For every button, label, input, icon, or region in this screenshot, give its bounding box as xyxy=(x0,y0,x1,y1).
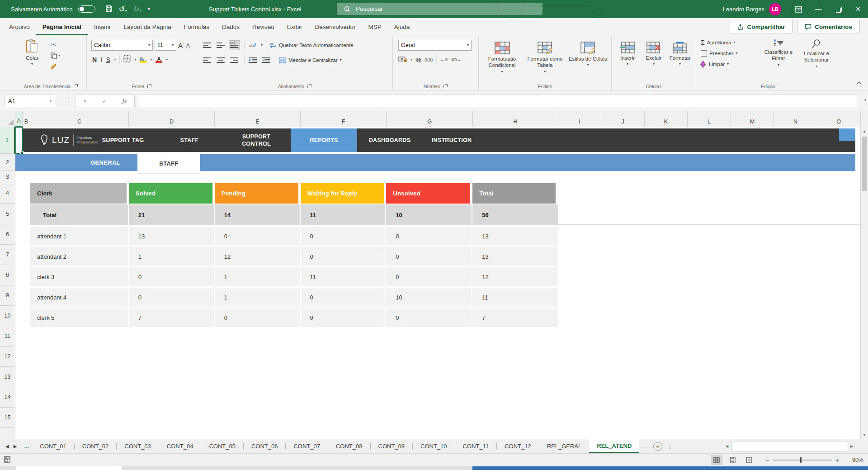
user-name[interactable]: Leandro Borges xyxy=(722,6,764,13)
column-header-n[interactable]: N xyxy=(774,111,817,127)
table-header-pending[interactable]: Pending xyxy=(215,183,301,204)
tab-exibir[interactable]: Exibir xyxy=(281,18,309,35)
zoom-in-icon[interactable]: + xyxy=(835,456,839,464)
value-cell[interactable]: 0 xyxy=(386,227,472,246)
normal-view-button[interactable] xyxy=(711,455,722,465)
save-icon[interactable] xyxy=(105,5,113,14)
formula-input[interactable] xyxy=(138,95,858,107)
formula-bar-handle[interactable]: ⋮ xyxy=(65,96,71,103)
column-header-i[interactable]: I xyxy=(558,111,601,127)
value-cell[interactable]: 13 xyxy=(129,227,215,246)
scroll-right-icon[interactable]: ▶ xyxy=(848,441,855,451)
value-cell[interactable]: 0 xyxy=(386,267,472,286)
dropdown-chevron-icon[interactable]: ▾ xyxy=(166,58,168,62)
autosave-toggle[interactable] xyxy=(78,5,95,13)
nav-tab-reports[interactable]: REPORTS xyxy=(291,128,357,152)
tab-pagina-inicial[interactable]: Página Inicial xyxy=(36,18,88,35)
percent-style-button[interactable]: % xyxy=(415,56,421,64)
align-center-button[interactable] xyxy=(215,55,226,65)
column-header-f[interactable]: F xyxy=(301,111,387,127)
row-header-5[interactable]: 5 xyxy=(0,204,15,224)
font-color-button[interactable]: A xyxy=(156,57,162,63)
zoom-out-icon[interactable]: − xyxy=(766,456,769,464)
cancel-formula-icon[interactable]: × xyxy=(83,97,87,104)
value-cell[interactable]: 0 xyxy=(301,308,387,327)
format-as-table-button[interactable]: Formatar como Tabela ▾ xyxy=(524,38,566,74)
zoom-level[interactable]: 90% xyxy=(848,457,863,463)
row-header-1[interactable]: 1 xyxy=(0,127,15,154)
sheet-grid[interactable]: LUZ PlanilhasEmpresariais SUPPORT TAG ST… xyxy=(15,127,860,439)
collapse-ribbon-icon[interactable] xyxy=(856,78,862,86)
redo-icon[interactable]: ↻▾ xyxy=(133,5,142,13)
row-header-4[interactable]: 4 xyxy=(0,183,15,204)
value-cell[interactable]: 0 xyxy=(215,308,301,327)
orientation-button[interactable]: ab xyxy=(247,40,258,50)
vertical-scrollbar[interactable]: ▲ ▼ xyxy=(860,111,868,439)
tab-revisao[interactable]: Revisão xyxy=(246,18,281,35)
total-unsolved[interactable]: 10 xyxy=(386,204,472,225)
increase-indent-button[interactable] xyxy=(261,55,272,65)
bold-button[interactable]: N xyxy=(92,56,97,63)
value-cell[interactable]: 0 xyxy=(301,288,387,307)
conditional-formatting-button[interactable]: Formatação Condicional ▾ xyxy=(481,38,523,74)
minimize-button[interactable]: — xyxy=(808,0,828,18)
sheet-tab-cont-03[interactable]: CONT_03 xyxy=(117,439,159,453)
value-cell[interactable]: 12 xyxy=(472,267,558,286)
value-cell[interactable]: 1 xyxy=(215,267,301,286)
close-button[interactable]: × xyxy=(848,0,868,18)
column-header-e[interactable]: E xyxy=(215,111,301,127)
sheet-prev-icon[interactable]: ◀ xyxy=(5,444,9,449)
font-dialog-launcher-icon[interactable] xyxy=(147,84,151,89)
format-cells-button[interactable]: Formatar ▾ xyxy=(667,38,693,66)
enter-formula-icon[interactable]: ✓ xyxy=(102,98,107,104)
nav-tab-support-tag[interactable]: SUPPORT TAG xyxy=(94,128,152,152)
align-bottom-button[interactable] xyxy=(229,40,240,50)
sheet-tab-cont-08[interactable]: CONT_08 xyxy=(328,439,370,453)
insert-cells-button[interactable]: Inserir ▾ xyxy=(615,38,640,66)
borders-button[interactable] xyxy=(123,55,131,64)
value-cell[interactable]: 1 xyxy=(215,288,301,307)
value-cell[interactable]: 13 xyxy=(472,227,558,246)
column-header-b[interactable]: B xyxy=(23,111,30,127)
scroll-left-icon[interactable]: ◀ xyxy=(723,441,731,451)
column-header-l[interactable]: L xyxy=(688,111,731,127)
value-cell[interactable]: 0 xyxy=(301,247,387,266)
row-header-7[interactable]: 7 xyxy=(0,245,15,265)
horizontal-scrollbar[interactable]: ◀ ▶ xyxy=(723,441,855,451)
column-header-o[interactable]: O xyxy=(817,111,860,127)
row-header-14[interactable]: 14 xyxy=(0,387,15,408)
alignment-dialog-launcher-icon[interactable] xyxy=(307,84,311,89)
column-header-g[interactable]: G xyxy=(387,111,473,127)
row-header-2[interactable]: 2 xyxy=(0,154,15,171)
sheet-overflow-left[interactable]: ... xyxy=(21,439,32,453)
insert-function-icon[interactable]: fx xyxy=(123,97,127,104)
clerk-name-cell[interactable]: attendant 1 xyxy=(30,227,129,246)
page-break-view-button[interactable] xyxy=(743,455,755,465)
avatar[interactable]: LB xyxy=(769,3,781,15)
tab-dados[interactable]: Dados xyxy=(216,18,246,35)
align-left-button[interactable] xyxy=(202,55,212,65)
tab-inserir[interactable]: Inserir xyxy=(88,18,118,35)
scroll-down-icon[interactable]: ▼ xyxy=(861,431,868,439)
clerk-name-cell[interactable]: clerk 3 xyxy=(30,267,129,286)
total-pending[interactable]: 14 xyxy=(215,204,301,225)
fill-color-button[interactable] xyxy=(140,57,146,63)
row-header-15[interactable]: 15 xyxy=(0,408,15,428)
sheet-next-icon[interactable]: ▶ xyxy=(14,444,17,449)
value-cell[interactable]: 11 xyxy=(472,288,558,307)
fill-button[interactable]: ↓ Preencher ▾ xyxy=(701,49,760,58)
name-box[interactable]: A1 ▾ xyxy=(5,95,55,107)
sheet-tab-cont-12[interactable]: CONT_12 xyxy=(497,439,539,453)
sheet-tab-cont-02[interactable]: CONT_02 xyxy=(75,439,117,453)
number-dialog-launcher-icon[interactable] xyxy=(443,84,448,89)
sheet-tab-cont-09[interactable]: CONT_09 xyxy=(371,439,413,453)
zoom-slider[interactable] xyxy=(773,460,832,461)
column-header-c[interactable]: C xyxy=(30,111,129,127)
sheet-tab-rel-atend[interactable]: REL_ATEND xyxy=(589,439,639,453)
value-cell[interactable]: 0 xyxy=(386,247,472,266)
share-button[interactable]: Compartilhar xyxy=(730,20,793,33)
italic-button[interactable]: I xyxy=(100,56,103,63)
table-header-clerk[interactable]: Clerk xyxy=(30,183,129,204)
sheet-overflow-right[interactable]: ... xyxy=(639,439,650,453)
total-solved[interactable]: 21 xyxy=(129,204,215,225)
